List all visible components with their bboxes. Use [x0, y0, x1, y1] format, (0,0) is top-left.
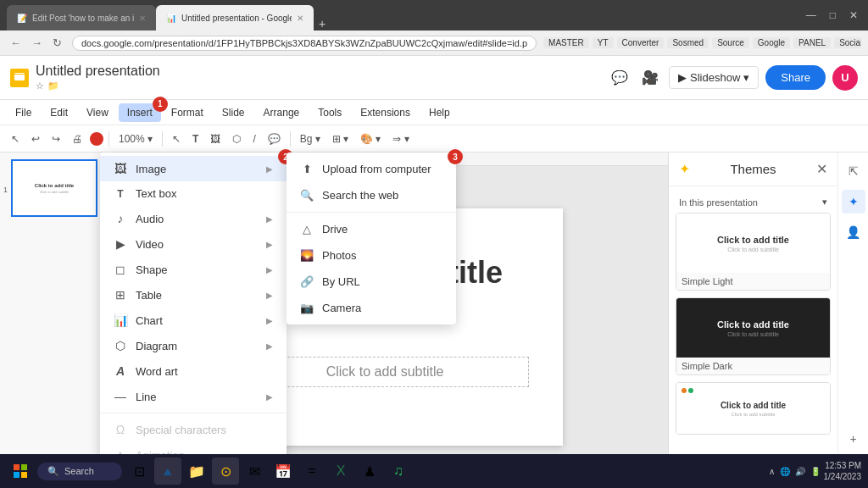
insert-shape-item[interactable]: ◻ Shape ▶ [100, 257, 287, 282]
forward-button[interactable]: → [28, 35, 46, 51]
tray-battery[interactable]: 🔋 [810, 467, 821, 476]
menu-tools[interactable]: Tools [309, 103, 350, 122]
bm-converter[interactable]: Converter [617, 37, 665, 48]
insert-textbox-item[interactable]: T Text box [100, 181, 287, 206]
insert-table-item[interactable]: ⊞ Table ▶ [100, 282, 287, 308]
image-camera-item[interactable]: 📷 Camera [287, 295, 456, 321]
url-bar[interactable]: docs.google.com/presentation/d/1FP1HyTBP… [72, 36, 537, 51]
folder-icon[interactable]: 📁 [47, 80, 59, 92]
minimize-button[interactable]: — [803, 9, 820, 21]
insert-chart-item[interactable]: 📊 Chart ▶ [100, 308, 287, 333]
slideshow-button[interactable]: ▶ Slideshow ▾ [669, 66, 759, 89]
bookmarks-bar: MASTER YT Converter Sosmed Source Google… [543, 37, 861, 48]
theme-card-simple-dark[interactable]: Click to add title Click to add subtitle… [676, 297, 831, 375]
ri-themes[interactable]: ✦ [842, 190, 865, 214]
themes-close-button[interactable]: ✕ [816, 161, 827, 177]
star-icon[interactable]: ☆ [36, 80, 44, 92]
menu-bar: File Edit View Insert 1 Format Slide Arr… [0, 100, 868, 125]
app-title[interactable]: Untitled presentation [36, 64, 160, 79]
taskbar-steam[interactable]: ♟ [356, 458, 383, 485]
toolbar-print[interactable]: 🖨 [68, 130, 86, 147]
image-search-item[interactable]: 🔍 Search the web [287, 182, 456, 208]
ri-user-blue[interactable]: 👤 [842, 220, 865, 244]
image-photos-item[interactable]: 🌄 Photos [287, 242, 456, 269]
maximize-button[interactable]: □ [826, 9, 839, 21]
taskbar-edge[interactable]: ⟁ [154, 458, 181, 485]
toolbar-select[interactable]: ↖ [7, 130, 24, 147]
toolbar-line[interactable]: / [248, 130, 259, 147]
toolbar-transition[interactable]: ⇒ ▾ [388, 130, 413, 147]
themes-section-chevron[interactable]: ▾ [822, 197, 827, 208]
image-search-label: Search the web [322, 189, 398, 202]
bm-sosmed[interactable]: Sosmed [667, 37, 709, 48]
close-button[interactable]: ✕ [846, 9, 861, 21]
new-tab-button[interactable]: + [314, 17, 331, 30]
insert-line-item[interactable]: — Line ▶ [100, 384, 287, 409]
menu-insert[interactable]: Insert 1 [119, 103, 161, 122]
browser-tab-2[interactable]: 📊 Untitled presentation - Google S... ✕ [156, 5, 314, 30]
bm-source[interactable]: Source [712, 37, 749, 48]
insert-audio-item[interactable]: ♪ Audio ▶ [100, 206, 287, 231]
menu-slide[interactable]: Slide [214, 103, 253, 122]
menu-edit[interactable]: Edit [42, 103, 76, 122]
comment-icon-btn[interactable]: 💬 [608, 66, 632, 89]
video-call-btn[interactable]: 🎥 [638, 66, 662, 89]
back-button[interactable]: ← [7, 35, 25, 51]
insert-video-item[interactable]: ▶ Video ▶ [100, 231, 287, 257]
ri-expand[interactable]: ⇱ [842, 159, 865, 183]
taskbar-excel[interactable]: X [327, 458, 354, 485]
tray-chevron[interactable]: ∧ [769, 467, 775, 476]
toolbar-shape[interactable]: ⬡ [228, 130, 245, 147]
taskbar-taskview[interactable]: ⊡ [125, 458, 153, 485]
toolbar-redo[interactable]: ↪ [47, 130, 64, 147]
toolbar-cursor[interactable]: ↖ [168, 130, 185, 147]
taskbar-clock[interactable]: 12:53 PM 1/24/2023 [824, 460, 862, 482]
toolbar-theme[interactable]: 🎨 ▾ [356, 130, 385, 147]
theme-card-simple-light[interactable]: Click to add title Click to add subtitle… [676, 213, 831, 291]
toolbar-layout[interactable]: ⊞ ▾ [328, 130, 353, 147]
tab2-close[interactable]: ✕ [297, 14, 303, 23]
taskbar-calculator[interactable]: = [298, 458, 326, 485]
reload-button[interactable]: ↻ [49, 35, 65, 51]
image-upload-item[interactable]: ⬆ Upload from computer 3 [287, 156, 456, 182]
svg-rect-4 [14, 472, 19, 478]
taskbar-chrome[interactable]: ⊙ [212, 458, 239, 485]
taskbar-explorer[interactable]: 📁 [183, 458, 210, 485]
bm-panel[interactable]: PANEL [793, 37, 831, 48]
image-drive-item[interactable]: △ Drive [287, 216, 456, 242]
tab1-close[interactable]: ✕ [139, 14, 146, 23]
menu-arrange[interactable]: Arrange [255, 103, 309, 122]
bm-social[interactable]: Social [834, 37, 861, 48]
toolbar-bg[interactable]: Bg ▾ [296, 130, 325, 147]
menu-extensions[interactable]: Extensions [352, 103, 419, 122]
theme-card-colored[interactable]: Click to add title Click to add subtitle [676, 382, 831, 435]
toolbar-undo[interactable]: ↩ [27, 130, 44, 147]
start-button[interactable] [7, 458, 34, 485]
taskbar-calendar[interactable]: 📅 [270, 458, 297, 485]
taskbar-search-box[interactable]: 🔍 Search [37, 463, 122, 480]
bm-yt[interactable]: YT [593, 37, 614, 48]
bm-google[interactable]: Google [753, 37, 790, 48]
bm-master[interactable]: MASTER [543, 37, 589, 48]
toolbar-comment[interactable]: 💬 [264, 130, 285, 147]
menu-view[interactable]: View [78, 103, 117, 122]
image-byurl-item[interactable]: 🔗 By URL [287, 269, 456, 295]
insert-diagram-item[interactable]: ⬡ Diagram ▶ [100, 333, 287, 358]
slide-thumbnail-1[interactable]: Click to add title Click to add subtitle [11, 159, 97, 217]
user-avatar[interactable]: U [832, 65, 858, 91]
share-button[interactable]: Share [765, 65, 826, 90]
menu-help[interactable]: Help [420, 103, 459, 122]
menu-file[interactable]: File [7, 103, 40, 122]
tray-network[interactable]: 🌐 [780, 467, 790, 476]
browser-tab-1[interactable]: 📝 Edit Post 'how to make an imag...' ✕ [7, 5, 156, 30]
toolbar-text[interactable]: T [188, 130, 203, 147]
toolbar-zoom[interactable]: 100% ▾ [114, 130, 157, 147]
tray-volume[interactable]: 🔊 [795, 467, 805, 476]
taskbar-spotify[interactable]: ♫ [385, 458, 412, 485]
ri-plus[interactable]: + [842, 427, 865, 451]
taskbar-mail[interactable]: ✉ [241, 458, 268, 485]
toolbar-image[interactable]: 🖼 [206, 130, 225, 147]
insert-wordart-item[interactable]: A Word art [100, 358, 287, 384]
insert-image-item[interactable]: 🖼 Image ▶ 2 [100, 156, 287, 181]
menu-format[interactable]: Format [163, 103, 212, 122]
